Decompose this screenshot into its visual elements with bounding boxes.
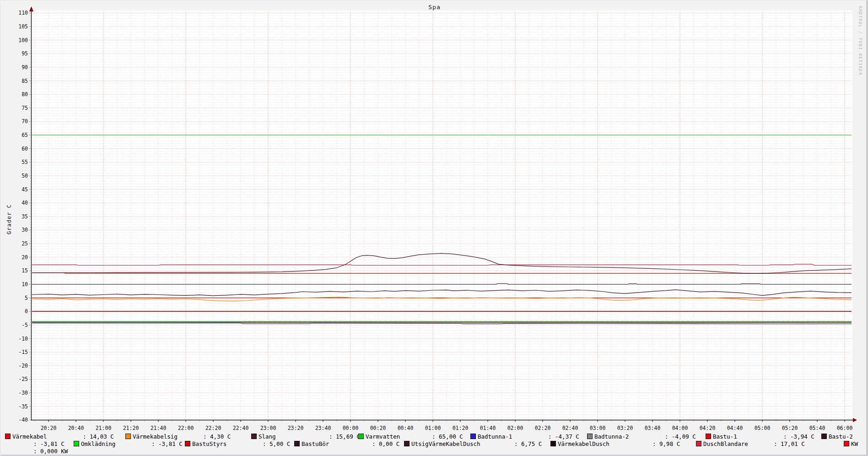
svg-text:-40: -40 — [18, 417, 28, 423]
svg-text:22:20: 22:20 — [205, 425, 221, 431]
svg-text:-35: -35 — [18, 403, 28, 410]
svg-text:06:00: 06:00 — [837, 425, 853, 431]
svg-text:02:00: 02:00 — [507, 425, 523, 431]
svg-text:25: 25 — [22, 240, 28, 247]
svg-text:-30: -30 — [18, 390, 28, 396]
svg-text:65: 65 — [22, 132, 28, 138]
svg-text:04:20: 04:20 — [700, 425, 716, 431]
svg-text:20:40: 20:40 — [68, 425, 84, 431]
svg-text:0: 0 — [25, 308, 28, 315]
svg-text:02:40: 02:40 — [562, 425, 578, 431]
svg-text:23:20: 23:20 — [288, 425, 304, 431]
svg-text:15: 15 — [22, 267, 28, 274]
rrd-graph-page: Spa Grader C 110105100959085807570656055… — [0, 0, 868, 456]
svg-text:01:20: 01:20 — [453, 425, 469, 431]
svg-text:21:20: 21:20 — [123, 425, 139, 431]
svg-text:100: 100 — [18, 37, 28, 43]
svg-text:01:40: 01:40 — [480, 425, 496, 431]
rrdtool-watermark: RRDTOOL / TOBI OETIKER — [858, 6, 863, 76]
svg-text:-15: -15 — [18, 349, 28, 355]
svg-text:90: 90 — [22, 64, 28, 71]
svg-text:23:40: 23:40 — [315, 425, 331, 431]
svg-text:03:20: 03:20 — [617, 425, 633, 431]
svg-text:03:40: 03:40 — [645, 425, 661, 431]
chart-canvas: 1101051009590858075706560555045403530252… — [0, 0, 868, 456]
svg-text:85: 85 — [22, 78, 28, 84]
svg-text:70: 70 — [22, 118, 28, 125]
svg-text:22:00: 22:00 — [178, 425, 194, 431]
svg-text:04:00: 04:00 — [672, 425, 688, 431]
svg-text:00:20: 00:20 — [370, 425, 386, 431]
svg-text:23:00: 23:00 — [260, 425, 276, 431]
svg-text:22:40: 22:40 — [233, 425, 249, 431]
svg-text:55: 55 — [22, 159, 28, 165]
page-right-edge — [866, 0, 868, 456]
svg-text:40: 40 — [22, 200, 28, 206]
svg-text:-5: -5 — [22, 322, 28, 328]
svg-text:95: 95 — [22, 50, 28, 57]
svg-text:21:40: 21:40 — [151, 425, 167, 431]
svg-text:05:00: 05:00 — [755, 425, 771, 431]
svg-text:05:20: 05:20 — [782, 425, 798, 431]
svg-text:30: 30 — [22, 227, 28, 233]
svg-text:05:40: 05:40 — [809, 425, 825, 431]
svg-text:03:00: 03:00 — [590, 425, 606, 431]
svg-text:60: 60 — [22, 146, 28, 152]
svg-text:04:40: 04:40 — [727, 425, 743, 431]
svg-text:45: 45 — [22, 186, 28, 193]
svg-text:-20: -20 — [18, 363, 28, 369]
x-axis-ticks: 20:2020:4021:0021:2021:4022:0022:2022:40… — [41, 420, 853, 432]
svg-text:110: 110 — [18, 10, 28, 16]
y-axis-ticks: 1101051009590858075706560555045403530252… — [18, 10, 28, 423]
svg-text:02:20: 02:20 — [535, 425, 551, 431]
svg-text:00:00: 00:00 — [343, 425, 359, 431]
svg-text:105: 105 — [18, 23, 28, 30]
svg-text:50: 50 — [22, 173, 28, 179]
svg-text:80: 80 — [22, 91, 28, 98]
svg-text:75: 75 — [22, 105, 28, 111]
svg-text:21:00: 21:00 — [96, 425, 112, 431]
svg-text:5: 5 — [25, 295, 28, 301]
svg-text:35: 35 — [22, 213, 28, 220]
svg-text:00:40: 00:40 — [398, 425, 414, 431]
svg-text:20: 20 — [22, 254, 28, 261]
svg-text:01:00: 01:00 — [425, 425, 441, 431]
svg-text:-25: -25 — [18, 376, 28, 382]
svg-text:10: 10 — [22, 281, 28, 288]
svg-text:20:20: 20:20 — [41, 425, 57, 431]
svg-text:-10: -10 — [18, 336, 28, 342]
